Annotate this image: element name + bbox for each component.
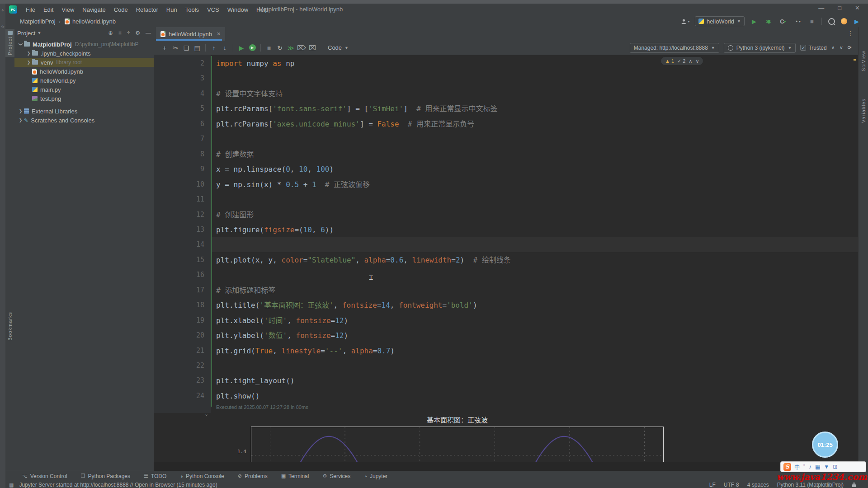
settings-gear-icon[interactable]: ⚙ [135,30,140,36]
status-4-spaces[interactable]: 4 spaces [747,482,769,488]
ide-services-play-icon[interactable]: ▶ [852,17,862,26]
code-line-5[interactable]: plt.rcParams['font.sans-serif'] = ['SimH… [216,101,497,116]
breadcrumb-project[interactable]: MatplotlibProj [20,18,56,25]
copy-cell-button[interactable]: ❏ [181,43,192,53]
minimize-button[interactable]: — [818,5,824,11]
project-panel-title[interactable]: Project [17,30,35,37]
code-line-4[interactable]: # 设置中文字体支持 [216,86,283,101]
code-line-20[interactable]: plt.ylabel('数值', fontsize=12) [216,328,348,343]
code-line-21[interactable]: plt.grid(True, linestyle='--', alpha=0.7… [216,343,395,358]
tree-item-helloworld-ipynb[interactable]: helloWorld.ipynb [14,67,154,76]
code-line-9[interactable]: x = np.linspace(0, 10, 100) [216,162,334,177]
menu-view[interactable]: View [57,5,78,14]
debug-button[interactable] [764,17,774,26]
code-line-13[interactable]: plt.figure(figsize=(10, 6)) [216,222,334,237]
ime-punctuation-icon[interactable]: ” [803,464,805,470]
toolwindow-jupyter[interactable]: ◔Jupyter [364,473,387,479]
next-cell-button[interactable]: ∨ [840,45,843,51]
code-line-18[interactable]: plt.title('基本面积图：正弦波', fontsize=14, font… [216,298,477,313]
tab-options-icon[interactable]: ⋮ [847,30,854,37]
toolwindow-terminal[interactable]: ▣Terminal [281,473,309,479]
tree-item-test-png[interactable]: test.png [14,94,154,103]
jupyter-server-select[interactable]: Managed: http://localhost:8888 ▼ [630,43,719,53]
status-utf-8[interactable]: UTF-8 [724,482,739,488]
ime-keyboard-icon[interactable]: ▦ [815,464,820,470]
previous-problem-icon[interactable]: ∧ [689,58,692,64]
toolwindow-services[interactable]: ⚙Services [322,473,350,479]
hide-panel-icon[interactable]: — [146,30,151,36]
previous-cell-button[interactable]: ∧ [831,45,835,51]
code-line-19[interactable]: plt.xlabel('时间', fontsize=12) [216,313,348,328]
menu-edit[interactable]: Edit [39,5,57,14]
code-line-10[interactable]: y = np.sin(x) * 0.5 + 1 # 正弦波偏移 [216,177,370,192]
chevron-collapsed-icon[interactable]: ❯ [18,118,23,122]
delete-cell-button[interactable]: ⌧ [307,43,318,53]
stripe-tab-variables[interactable]: Variables [861,99,866,123]
toolwindow-problems[interactable]: ⊘Problems [238,473,268,479]
menu-refactor[interactable]: Refactor [132,5,162,14]
maximize-button[interactable]: □ [838,5,841,11]
cut-cell-button[interactable]: ✂ [170,43,181,53]
code-line-8[interactable]: # 创建数据 [216,147,254,162]
output-collapse-icon[interactable]: ⌄ [204,411,208,417]
code-line-23[interactable]: plt.tight_layout() [216,373,294,388]
code-line-15[interactable]: plt.plot(x, y, color="Slateblue", alpha=… [216,253,511,267]
tree-item-scratches-and-consoles[interactable]: ❯✎Scratches and Consoles [14,116,154,125]
code-line-24[interactable]: plt.show() [216,389,259,404]
toolwindow-switcher-icon[interactable]: ▦ [9,482,14,488]
ime-voice-icon[interactable]: ♪ [809,464,811,470]
tree-item-external-libraries[interactable]: ❯External Libraries [14,107,154,116]
next-problem-icon[interactable]: ∨ [695,58,699,64]
tree-item-main-py[interactable]: main.py [14,85,154,94]
tab-close-icon[interactable]: ✕ [217,31,221,37]
inspections-widget[interactable]: ▲1 ✓2 ∧ ∨ [661,57,703,65]
run-all-cells-button[interactable]: ▶ [247,43,258,53]
menu-file[interactable]: File [22,5,39,14]
sogou-logo-icon[interactable]: S [783,463,791,471]
chevron-down-icon[interactable]: ▼ [37,31,41,35]
paste-cell-button[interactable]: ▤ [192,43,203,53]
tree-item-helloworld-py[interactable]: helloWorld.py [14,76,154,85]
ime-chinese-mode-icon[interactable]: 中 [794,463,800,471]
breadcrumb-file[interactable]: helloWorld.ipynb [72,18,116,25]
code-line-2[interactable]: import numpy as np [216,56,294,71]
profiler-button[interactable]: ◔▾ [793,17,802,26]
run-all-below-button[interactable]: ≫ [285,43,296,53]
chevron-expanded-icon[interactable]: ❯ [19,42,23,47]
menu-run[interactable]: Run [162,5,181,14]
cell-type-select[interactable]: Code ▼ [324,43,352,52]
search-everywhere-button[interactable] [826,17,836,26]
code-with-me-icon[interactable] [841,18,847,24]
toolwindow-python-console[interactable]: ◑Python Console [180,473,224,479]
menu-vcs[interactable]: VCS [203,5,223,14]
clear-outputs-button[interactable]: ⌦ [296,43,307,53]
menu-navigate[interactable]: Navigate [78,5,109,14]
chevron-collapsed-icon[interactable]: ❯ [18,109,23,113]
close-button[interactable]: ✕ [855,5,860,11]
toolwindow-todo[interactable]: ☰TODO [144,473,166,479]
menu-code[interactable]: Code [110,5,132,14]
bookmarks-stripe-tab[interactable]: Bookmarks [7,312,13,341]
toolwindow-python-packages[interactable]: ❒Python Packages [81,473,130,479]
user-account-icon[interactable]: ▾ [680,17,690,26]
toolwindow-version-control[interactable]: ⌥Version Control [22,473,67,479]
add-cell-button[interactable]: + [159,43,170,53]
project-stripe-tab[interactable]: Project [5,29,14,57]
run-button[interactable]: ▶ [749,17,759,26]
chevron-collapsed-icon[interactable]: ❯ [26,51,31,56]
menu-window[interactable]: Window [223,5,252,14]
menu-tools[interactable]: Tools [181,5,203,14]
restart-kernel-button[interactable]: ↻ [274,43,285,53]
chevron-collapsed-icon[interactable]: ❯ [26,60,31,65]
code-line-6[interactable]: plt.rcParams['axes.unicode_minus'] = Fal… [216,117,474,131]
tab-helloworld-ipynb[interactable]: helloWorld.ipynb ✕ [156,27,225,41]
run-configuration-select[interactable]: helloWorld ▼ [695,16,745,26]
kernel-select[interactable]: Python 3 (ipykernel) ▼ [724,43,796,53]
move-cell-up-button[interactable]: ↑ [208,43,219,53]
move-cell-down-button[interactable]: ↓ [219,43,230,53]
status-python-3-11-matplotlibproj[interactable]: Python 3.11 (MatplotlibProj) [777,482,844,488]
refresh-kernel-icon[interactable]: ⟳ [848,45,852,51]
trusted-checkbox[interactable]: ✓ Trusted [800,45,826,51]
stop-button[interactable]: ■ [807,17,817,26]
tree-item-ipynb-checkpoints[interactable]: ❯.ipynb_checkpoints [14,49,154,58]
